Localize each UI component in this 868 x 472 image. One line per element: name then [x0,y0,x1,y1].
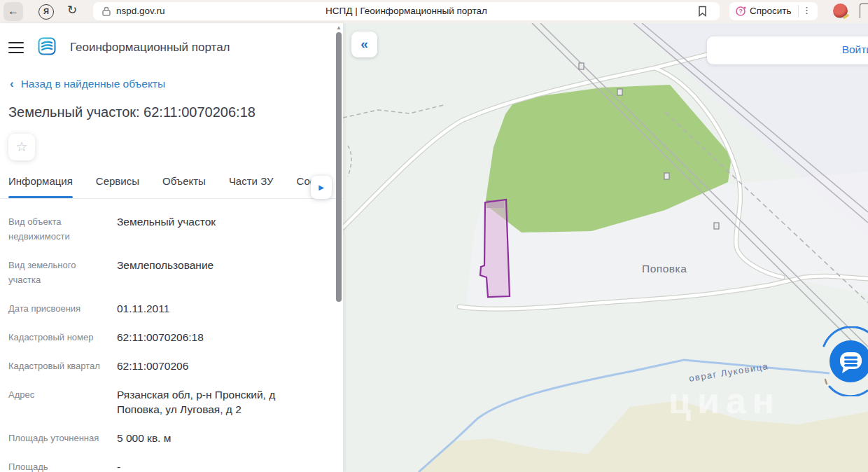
portal-header: Геоинформационный портал [8,36,230,59]
attribute-label: Вид земельного участка [8,258,106,287]
attribute-label: Площадь [8,459,106,472]
browser-back-button[interactable]: ← [4,2,23,21]
reload-button[interactable]: ↻ [67,3,77,18]
portal-logo-icon [38,37,56,58]
attribute-label: Площадь уточненная [8,431,106,445]
back-to-results-link[interactable]: ‹ Назад в найденные объекты [10,77,165,91]
login-bar[interactable]: Войти [707,36,868,64]
watermark: циан [668,380,780,421]
profile-avatar[interactable] [833,4,848,18]
browser-menu-icon[interactable]: ⋮ [802,5,811,15]
page-title: Земельный участок: 62:11:0070206:18 [8,104,255,120]
tabs-scroll-right-button[interactable]: ▶ [311,176,332,199]
attribute-value: 62:11:0070206:18 [117,330,323,345]
sidebar-scrollbar[interactable] [336,32,342,302]
attribute-label: Адрес [8,387,106,402]
attribute-value: 5 000 кв. м [117,431,323,445]
collapse-panel-button[interactable]: « [351,32,377,57]
attribute-row: Кадастровый квартал 62:11:0070206 [8,359,323,373]
tab-parcel-parts[interactable]: Части ЗУ [229,175,274,198]
attribute-label: Дата присвоения [8,301,106,316]
menu-icon[interactable] [8,42,24,54]
village-label: Поповка [642,263,687,275]
favorite-button[interactable]: ☆ [8,134,35,160]
attribute-row: Площадь - [8,459,323,472]
browser-toolbar: ← Я ↻ nspd.gov.ru НСПД | Геоинформационн… [0,0,868,24]
page-tab-title: НСПД | Геоинформационный портал [93,6,720,16]
portal-title: Геоинформационный портал [70,41,230,55]
toolbar-divider [798,5,799,18]
attribute-row: Вид земельного участка Землепользование [8,258,323,287]
ask-button[interactable]: ? Спросить ⋮ [729,2,818,20]
attributes-list: Вид объекта недвижимости Земельный участ… [8,214,323,472]
tab-information[interactable]: Информация [8,175,73,198]
map-layers: Поповка овраг Луковица циан [343,23,868,472]
scrollbar-up-arrow[interactable]: ▲ [335,25,342,31]
attribute-row: Площадь уточненная 5 000 кв. м [8,431,323,445]
attribute-value: Рязанская обл, р-н Пронский, д Поповка, … [117,387,323,417]
attribute-row: Кадастровый номер 62:11:0070206:18 [8,330,323,345]
attribute-value: 01.11.2011 [117,301,323,316]
attribute-value: Землепользование [117,258,323,272]
yandex-browser-icon[interactable]: Я [38,4,54,20]
back-link-label: Назад в найденные объекты [21,78,165,90]
attribute-label: Кадастровый номер [8,330,106,345]
attribute-value: - [117,459,323,472]
tab-bar: Информация Сервисы Объекты Части ЗУ Сост… [0,175,343,199]
login-button-label: Войти [842,43,868,56]
tab-services[interactable]: Сервисы [96,175,139,198]
address-bar[interactable]: nspd.gov.ru НСПД | Геоинформационный пор… [93,2,720,20]
tab-objects[interactable]: Объекты [162,175,206,198]
attribute-label: Кадастровый квартал [8,359,106,373]
ask-sparkle-icon: ? [735,5,748,20]
chevron-left-icon: ‹ [10,77,14,91]
svg-text:?: ? [739,8,743,15]
ask-button-label: Спросить [750,6,792,16]
object-info-panel: Геоинформационный портал ‹ Назад в найде… [0,23,343,472]
clipped-panel-icon[interactable] [860,4,868,18]
chat-widget-button[interactable] [817,326,868,396]
attribute-row: Вид объекта недвижимости Земельный участ… [8,214,323,244]
attribute-row: Адрес Рязанская обл, р-н Пронский, д Поп… [8,387,323,417]
attribute-row: Дата присвоения 01.11.2011 [8,301,323,316]
attribute-label: Вид объекта недвижимости [8,214,106,244]
star-icon: ☆ [15,139,27,154]
attribute-value: Земельный участок [117,214,323,229]
attribute-value: 62:11:0070206 [117,359,323,373]
bookmark-icon[interactable] [698,6,707,20]
map-canvas[interactable]: Поповка овраг Луковица циан « Войти [343,23,868,472]
